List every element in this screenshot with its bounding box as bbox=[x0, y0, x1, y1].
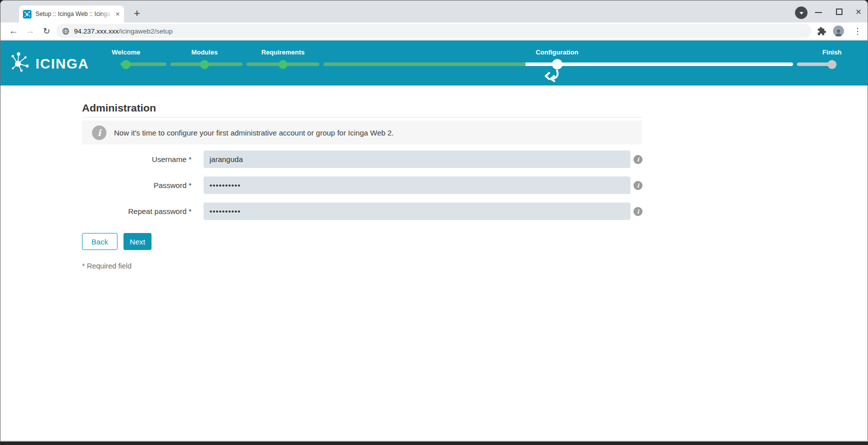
repeat-password-input[interactable] bbox=[204, 202, 630, 220]
browser-tab[interactable]: Setup :: Icinga Web :: Icinga We ✕ bbox=[19, 6, 124, 22]
info-banner: i Now it's time to configure your first … bbox=[82, 120, 642, 144]
username-input[interactable] bbox=[204, 150, 630, 168]
url-domain: 94.237.xxx.xxx bbox=[74, 28, 118, 35]
icinga-mark-icon bbox=[10, 50, 34, 74]
globe-icon bbox=[62, 28, 70, 35]
step-label-welcome: Welcome bbox=[112, 48, 140, 56]
password-input[interactable] bbox=[204, 176, 630, 194]
info-text: Now it's time to configure your first ad… bbox=[114, 128, 394, 137]
maximize-icon bbox=[836, 8, 842, 15]
step-label-modules: Modules bbox=[192, 48, 218, 56]
password-info-icon[interactable]: i bbox=[634, 181, 642, 190]
back-nav-button[interactable]: ← bbox=[6, 24, 20, 38]
profile-avatar[interactable] bbox=[833, 26, 844, 36]
new-tab-button[interactable]: + bbox=[130, 6, 144, 21]
icinga-logo: ICINGA bbox=[10, 50, 89, 74]
back-button[interactable]: Back bbox=[82, 233, 118, 250]
forward-nav-button[interactable]: → bbox=[23, 24, 37, 38]
reload-button[interactable]: ↻ bbox=[40, 24, 54, 38]
tab-strip: Setup :: Icinga Web :: Icinga We ✕ + ✕ bbox=[0, 0, 868, 22]
extensions-puzzle-icon[interactable] bbox=[817, 26, 826, 36]
step-dot-finish bbox=[828, 60, 836, 69]
step-dot-welcome bbox=[122, 60, 130, 69]
icinga-favicon-icon bbox=[23, 10, 32, 18]
step-dot-configuration-current bbox=[552, 59, 562, 70]
required-field-note: * Required field bbox=[82, 262, 132, 270]
close-button[interactable]: ✕ bbox=[853, 6, 864, 18]
step-dot-requirements bbox=[278, 60, 288, 69]
address-bar[interactable]: 94.237.xxx.xxx/icingaweb2/setup bbox=[56, 24, 812, 38]
current-step-arrows-icon bbox=[544, 69, 560, 82]
repeat-password-info-icon[interactable]: i bbox=[634, 207, 642, 216]
step-label-configuration: Configuration bbox=[536, 48, 578, 56]
step-dot-modules bbox=[200, 60, 209, 69]
title-divider bbox=[82, 117, 642, 118]
tab-search-button[interactable] bbox=[795, 6, 808, 19]
browser-menu-kebab-icon[interactable]: ⋮ bbox=[852, 25, 864, 37]
icinga-logo-text: ICINGA bbox=[36, 56, 89, 72]
browser-toolbar: ← → ↻ 94.237.xxx.xxx/icingaweb2/setup ⋮ bbox=[0, 22, 868, 40]
setup-content: Administration i Now it's time to config… bbox=[0, 86, 868, 442]
tab-close-icon[interactable]: ✕ bbox=[116, 11, 120, 18]
step-label-requirements: Requirements bbox=[262, 48, 305, 56]
icinga-header: ICINGA Welcome Modules Requirements Conf… bbox=[0, 40, 868, 86]
password-label: Password * bbox=[50, 176, 192, 194]
info-icon: i bbox=[92, 126, 106, 140]
username-info-icon[interactable]: i bbox=[634, 155, 642, 164]
chevron-down-icon bbox=[800, 12, 804, 14]
person-icon bbox=[834, 28, 843, 36]
username-label: Username * bbox=[50, 150, 192, 168]
step-label-finish: Finish bbox=[822, 48, 842, 56]
minimize-icon bbox=[815, 12, 822, 13]
browser-window: Setup :: Icinga Web :: Icinga We ✕ + ✕ ←… bbox=[0, 0, 868, 442]
repeat-password-label: Repeat password * bbox=[50, 202, 192, 220]
url-path: /icingaweb2/setup bbox=[118, 28, 172, 35]
next-button[interactable]: Next bbox=[124, 233, 152, 250]
tab-title: Setup :: Icinga Web :: Icinga We bbox=[36, 10, 112, 18]
page-title: Administration bbox=[82, 102, 156, 114]
